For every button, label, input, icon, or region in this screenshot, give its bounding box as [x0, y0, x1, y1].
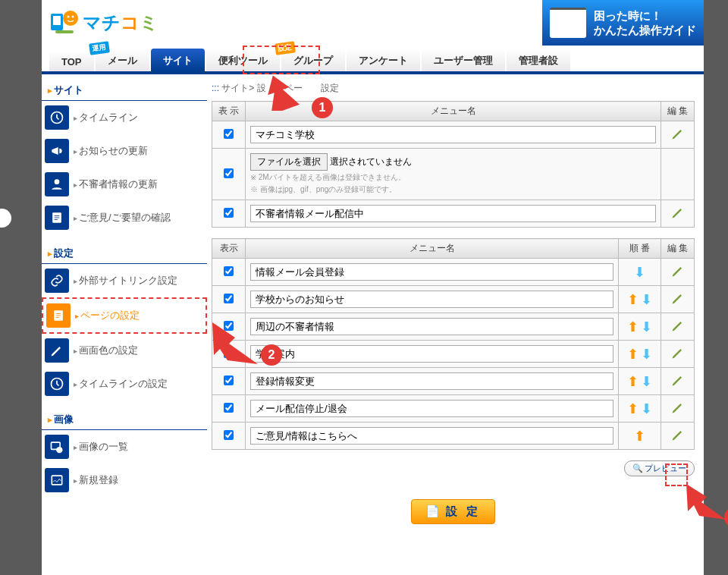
sidebar-item-image-list[interactable]: ▸画像の一覧 [42, 430, 207, 463]
menu-name-input[interactable] [250, 318, 613, 335]
show-checkbox[interactable] [224, 403, 234, 413]
sidebar-item-timeline-settings[interactable]: ▸タイムラインの設定 [42, 367, 207, 401]
th-order: 順 番 [619, 239, 661, 259]
sidebar: サイト ▸タイムライン ▸お知らせの更新 ▸不審者情報の更新 ▸ご意見/ご要望の… [42, 74, 207, 547]
move-up-button[interactable]: ⬆ [627, 320, 639, 334]
table-row: ⬆ ⬇ [212, 368, 695, 395]
menu-name-input[interactable] [250, 400, 613, 417]
show-checkbox[interactable] [224, 208, 234, 218]
table-row: ⬇ [212, 259, 695, 286]
menu-name-input[interactable] [250, 345, 613, 363]
menu-name-input[interactable] [250, 126, 656, 143]
sidebar-item-feedback[interactable]: ▸ご意見/ご要望の確認 [42, 201, 207, 234]
page-icon [46, 303, 71, 328]
show-checkbox[interactable] [224, 375, 234, 385]
table-row: ⬆ ⬇ [212, 313, 695, 341]
sidebar-item-color-settings[interactable]: ▸画面色の設定 [42, 334, 207, 367]
sidebar-item-news-update[interactable]: ▸お知らせの更新 [42, 134, 207, 168]
move-down-button[interactable]: ⬇ [634, 266, 645, 279]
menu-name-input[interactable] [250, 263, 613, 281]
show-checkbox[interactable] [224, 430, 234, 440]
move-up-button[interactable]: ⬆ [627, 293, 639, 306]
edit-button[interactable] [670, 263, 686, 278]
help-line1: 困った時に！ [594, 8, 696, 24]
edit-button[interactable] [670, 291, 686, 306]
move-up-button[interactable]: ⬆ [627, 347, 639, 361]
edit-button[interactable] [670, 427, 686, 442]
table-row [212, 121, 695, 149]
document-icon [45, 206, 69, 230]
nav-top[interactable]: TOP [49, 51, 94, 71]
clock-icon [45, 105, 69, 130]
nav-tools[interactable]: 便利ツール [206, 49, 280, 71]
file-select-button[interactable]: ファイルを選択 [250, 153, 328, 171]
th-show: 表示 [212, 239, 246, 259]
sidebar-item-external-links[interactable]: ▸外部サイトリンク設定 [42, 264, 207, 297]
nav-users[interactable]: ユーザー管理 [422, 49, 505, 71]
menu-name-input[interactable] [250, 205, 656, 222]
file-note-1: ※ 2Mバイトを超える画像は登録できません。 [250, 172, 656, 183]
menu-table-2: 表示メニュー名順 番編 集 ⬇ ⬆ ⬇ ⬆ ⬇ ⬆ ⬇ ⬆ ⬇ ⬆ ⬇ ⬆ [212, 238, 695, 450]
edit-button[interactable] [670, 345, 686, 360]
file-note-2: ※ 画像はjpg、gif、pngのみ登録可能です。 [250, 184, 656, 195]
nav-site[interactable]: サイト [151, 49, 205, 71]
nav-group[interactable]: 設定グループ [281, 49, 345, 71]
edit-button[interactable] [670, 126, 686, 141]
nav-admin[interactable]: 管理者設 [507, 49, 570, 71]
edit-button[interactable] [670, 372, 686, 388]
move-down-button[interactable]: ⬇ [641, 375, 652, 388]
nav-survey[interactable]: アンケート [347, 49, 420, 71]
file-state: 選択されていません [330, 156, 412, 167]
annotation-arrow-1 [256, 74, 302, 114]
callout-2: 2 [261, 344, 282, 366]
move-down-button[interactable]: ⬇ [641, 402, 652, 416]
show-checkbox[interactable] [224, 129, 234, 139]
logo-text: マチコミ [83, 11, 158, 35]
edit-button[interactable] [670, 400, 686, 415]
logo[interactable]: マチコミ [49, 8, 158, 38]
apply-settings-button[interactable]: 設 定 [411, 499, 495, 524]
table-row: ⬆ ⬇ [212, 395, 695, 423]
show-checkbox[interactable] [224, 294, 234, 303]
svg-point-7 [55, 179, 60, 184]
th-edit: 編 集 [661, 239, 695, 259]
preview-button[interactable]: プレビュー [624, 460, 695, 476]
table-row: ⬆ ⬇ [212, 286, 695, 313]
person-alert-icon [45, 172, 69, 196]
svg-point-3 [67, 16, 70, 18]
edit-button[interactable] [670, 205, 686, 220]
sidebar-item-image-new[interactable]: ▸新規登録 [42, 463, 207, 497]
move-down-button[interactable]: ⬇ [641, 293, 652, 306]
move-up-button[interactable]: ⬆ [627, 402, 639, 416]
callout-1: 1 [312, 97, 333, 118]
show-checkbox[interactable] [224, 266, 234, 276]
clock-icon [45, 372, 69, 396]
sidebar-item-page-settings[interactable]: ▸ページの設定 [42, 297, 207, 334]
nav-mail[interactable]: 運用メール [96, 49, 149, 71]
annotation-arrow-3 [680, 478, 726, 523]
move-down-button[interactable]: ⬇ [641, 320, 652, 334]
move-up-button[interactable]: ⬆ [634, 429, 645, 443]
table-row: ⬆ [212, 423, 695, 450]
svg-rect-1 [53, 16, 61, 25]
sidebar-item-timeline[interactable]: ▸タイムライン [42, 101, 207, 134]
move-down-button[interactable]: ⬇ [641, 347, 652, 361]
move-up-button[interactable]: ⬆ [627, 375, 639, 388]
image-list-icon [45, 435, 69, 459]
sidebar-section-settings: 設定 [42, 244, 207, 264]
edit-button[interactable] [670, 318, 686, 333]
menu-name-input[interactable] [250, 427, 613, 445]
sidebar-section-site: サイト [42, 80, 207, 101]
sidebar-item-suspicious-update[interactable]: ▸不審者情報の更新 [42, 168, 207, 201]
th-edit: 編 集 [661, 102, 695, 121]
table-row: ⬆ ⬇ [212, 341, 695, 368]
image-add-icon [45, 468, 69, 492]
help-guide-banner[interactable]: 困った時に！かんたん操作ガイド [542, 0, 704, 46]
link-icon [45, 269, 69, 293]
menu-name-input[interactable] [250, 291, 613, 308]
menu-table-1: 表 示メニュー名編 集 ファイルを選択 選択されていません※ 2Mバイトを超える… [212, 101, 695, 228]
menu-name-input[interactable] [250, 372, 613, 390]
show-checkbox[interactable] [224, 168, 234, 178]
th-name: メニュー名 [246, 102, 661, 121]
logo-icon [49, 8, 80, 38]
